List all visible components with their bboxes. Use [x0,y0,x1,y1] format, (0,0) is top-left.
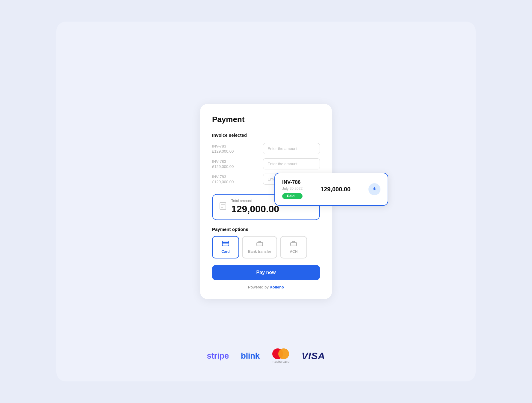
outer-card: Payment Invoice selected INV-783 £129,00… [56,22,476,381]
invoice-id-1: INV-783 [212,144,234,148]
blink-logo: blink [241,351,260,361]
invoice-amount-1: £129,000.00 [212,149,234,154]
invoice-popup: INV-786 July 20 2022 Paid 129,000.00 [274,173,388,206]
stripe-logo: stripe [207,351,229,361]
payment-options-title: Payment options [212,227,320,232]
mc-circle-orange [278,348,289,359]
popup-download-button[interactable] [368,183,380,195]
card-label: Card [221,249,229,254]
download-icon [372,186,377,193]
invoice-info-3: INV-783 £129,000.00 [212,175,234,184]
amount-input-1[interactable] [263,143,320,154]
mastercard-label: mastercard [272,360,290,363]
ach-label: ACH [290,249,297,254]
payment-title: Payment [212,115,320,124]
total-text-block: Total amount 129,000.00 [231,199,279,215]
svg-rect-5 [222,242,229,243]
ach-icon [290,241,297,248]
logos-row: stripe blink mastercard VISA [207,348,325,363]
total-label: Total amount [231,199,279,203]
invoice-info-2: INV-783 £129,000.00 [212,159,234,169]
pay-now-button[interactable]: Pay now [212,265,320,280]
mastercard-logo: mastercard [272,348,290,363]
bank-transfer-icon [256,241,263,248]
content-area: Payment Invoice selected INV-783 £129,00… [56,22,476,381]
visa-logo: VISA [302,351,325,362]
popup-invoice-id: INV-786 [282,179,303,185]
invoice-amount-2: £129,000.00 [212,164,234,169]
invoice-info-1: INV-783 £129,000.00 [212,144,234,154]
amount-input-2[interactable] [263,158,320,169]
invoice-id-3: INV-783 [212,175,234,179]
visa-logo-wrapper: VISA [302,351,325,362]
invoice-popup-left: INV-786 July 20 2022 Paid [282,179,303,199]
receipt-icon [219,202,227,212]
payment-option-card[interactable]: Card [212,236,239,258]
invoice-amount-3: £129,000.00 [212,180,234,184]
invoice-row-1: INV-783 £129,000.00 [212,143,320,154]
invoice-section-title: Invoice selected [212,133,320,138]
payment-option-ach[interactable]: ACH [280,236,307,258]
total-value: 129,000.00 [231,204,279,215]
card-icon [222,241,229,248]
popup-paid-badge: Paid [282,193,303,199]
powered-by: Powered by Kolleno [212,285,320,289]
bank-transfer-label: Bank transfer [248,249,271,254]
popup-amount: 129,000.00 [321,186,350,193]
popup-date: July 20 2022 [282,187,303,191]
invoice-row-2: INV-783 £129,000.00 [212,158,320,169]
payment-option-bank-transfer[interactable]: Bank transfer [242,236,277,258]
mastercard-circles [272,348,289,359]
invoice-id-2: INV-783 [212,159,234,164]
payment-options-row: Card Bank transfer [212,236,320,258]
